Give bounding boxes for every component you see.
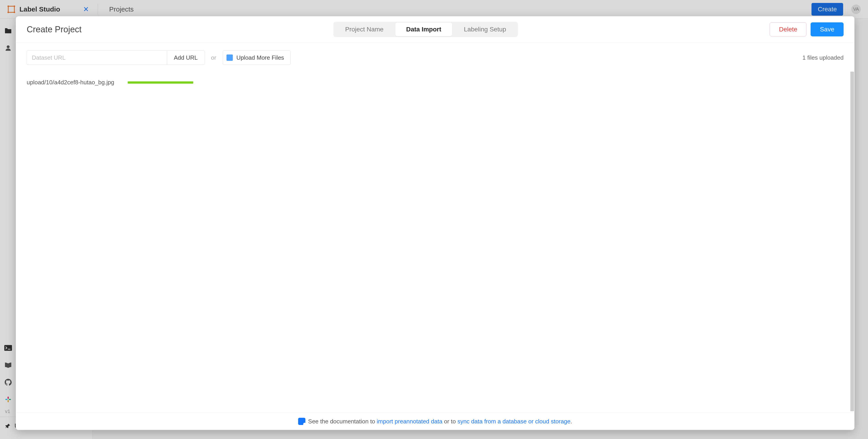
modal-tabs: Project Name Data Import Labeling Setup — [333, 22, 518, 37]
modal-body: Add URL or Upload More Files 1 files upl… — [16, 43, 855, 412]
upload-more-button[interactable]: Upload More Files — [223, 51, 291, 65]
save-button[interactable]: Save — [811, 22, 844, 36]
tab-project-name[interactable]: Project Name — [334, 23, 395, 36]
files-uploaded-status: 1 files uploaded — [802, 54, 844, 61]
modal-title: Create Project — [27, 25, 82, 34]
link-import-preannotated[interactable]: import preannotated data — [377, 418, 442, 425]
modal-actions: Delete Save — [770, 22, 844, 36]
upload-progress-bar — [128, 82, 193, 84]
tab-labeling-setup[interactable]: Labeling Setup — [453, 23, 517, 36]
create-project-modal: Create Project Project Name Data Import … — [16, 16, 855, 430]
scrollbar[interactable] — [850, 72, 854, 411]
file-name: upload/10/a4d2cef8-hutao_bg.jpg — [27, 79, 114, 86]
docs-icon — [298, 418, 305, 425]
delete-button[interactable]: Delete — [770, 22, 807, 36]
add-url-button[interactable]: Add URL — [167, 51, 205, 65]
or-label: or — [211, 54, 216, 61]
dataset-url-input[interactable] — [27, 51, 167, 65]
file-list: upload/10/a4d2cef8-hutao_bg.jpg — [16, 70, 855, 412]
upload-more-label: Upload More Files — [237, 54, 284, 61]
scrollbar-thumb[interactable] — [850, 72, 854, 411]
footer-text: See the documentation to import preannot… — [308, 418, 572, 425]
tab-data-import[interactable]: Data Import — [395, 23, 452, 36]
file-row: upload/10/a4d2cef8-hutao_bg.jpg — [27, 76, 844, 89]
modal-footer: See the documentation to import preannot… — [16, 412, 855, 430]
import-controls: Add URL or Upload More Files 1 files upl… — [16, 43, 855, 70]
link-sync-cloud[interactable]: sync data from a database or cloud stora… — [458, 418, 570, 425]
modal-header: Create Project Project Name Data Import … — [16, 16, 855, 43]
upload-icon — [226, 55, 233, 61]
